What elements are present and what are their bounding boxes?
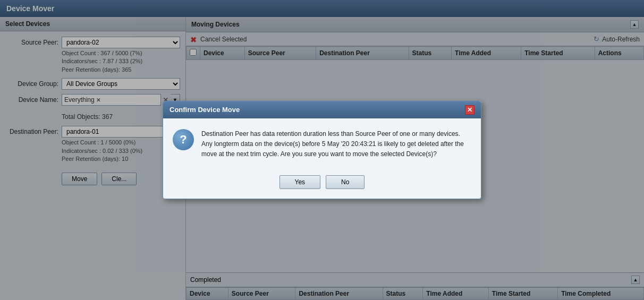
modal-close-btn[interactable]: ✕	[465, 105, 474, 115]
modal-footer: Yes No	[163, 170, 481, 199]
modal-title: Confirm Device Move	[170, 106, 240, 114]
modal-question-icon: ?	[173, 129, 194, 150]
modal-title-bar: Confirm Device Move ✕	[163, 101, 481, 118]
modal-yes-btn[interactable]: Yes	[279, 175, 321, 189]
modal-message: Destination Peer has data retention dura…	[201, 129, 471, 160]
modal-overlay: Confirm Device Move ✕ ? Destination Peer…	[0, 0, 644, 300]
confirm-modal: Confirm Device Move ✕ ? Destination Peer…	[163, 101, 481, 200]
modal-body: ? Destination Peer has data retention du…	[163, 118, 481, 170]
modal-no-btn[interactable]: No	[326, 175, 365, 189]
